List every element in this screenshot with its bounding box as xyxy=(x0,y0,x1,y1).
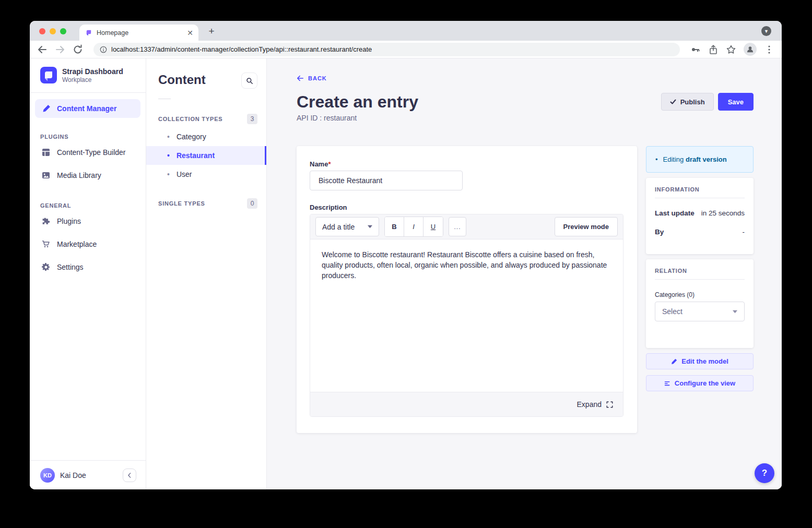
entry-form-row: Name* Description Add a title B I xyxy=(297,146,754,433)
edit-model-button[interactable]: Edit the model xyxy=(646,353,754,369)
browser-profile-avatar[interactable] xyxy=(744,43,757,56)
save-button[interactable]: Save xyxy=(718,93,754,111)
single-types-label: SINGLE TYPES xyxy=(158,200,205,207)
layout-grid-icon xyxy=(42,148,50,157)
sidebar-item-settings[interactable]: Settings xyxy=(30,256,146,279)
browser-tab[interactable]: Homepage ✕ xyxy=(79,25,198,41)
sidebar-item-marketplace[interactable]: Marketplace xyxy=(30,233,146,256)
tab-search-icon[interactable]: ▼ xyxy=(761,26,771,36)
back-link[interactable]: BACK xyxy=(297,75,327,82)
italic-button[interactable]: I xyxy=(404,217,423,236)
by-row: By - xyxy=(655,228,745,236)
draft-status-text: Editing draft version xyxy=(663,155,727,163)
description-editor: Add a title B I U ... Preview mode We xyxy=(310,214,623,417)
password-key-icon[interactable] xyxy=(690,44,701,55)
save-label: Save xyxy=(728,98,744,106)
minimize-window-button[interactable] xyxy=(50,28,56,34)
bookmark-star-icon[interactable] xyxy=(726,44,736,55)
url-bar[interactable]: localhost:1337/admin/content-manager/col… xyxy=(93,43,680,56)
title-style-select[interactable]: Add a title xyxy=(315,217,379,236)
sidebar-item-media-library[interactable]: Media Library xyxy=(30,164,146,187)
single-types-count: 0 xyxy=(247,198,257,209)
edit-model-label: Edit the model xyxy=(681,357,728,365)
page-header: Create an entry Publish Save xyxy=(297,92,754,111)
reload-icon[interactable] xyxy=(73,44,83,55)
back-label: BACK xyxy=(308,75,327,81)
configure-view-button[interactable]: Configure the view xyxy=(646,375,754,391)
publish-button[interactable]: Publish xyxy=(661,93,714,111)
gear-icon xyxy=(42,263,50,271)
search-button[interactable] xyxy=(241,73,257,89)
user-avatar[interactable]: KD xyxy=(40,468,55,483)
more-options-button[interactable]: ... xyxy=(449,217,466,236)
help-button[interactable]: ? xyxy=(755,463,774,483)
collection-item-user[interactable]: • User xyxy=(146,165,266,184)
collection-item-category[interactable]: • Category xyxy=(146,127,266,146)
draft-status-banner: • Editing draft version xyxy=(646,146,754,173)
entry-side-column: • Editing draft version INFORMATION Last… xyxy=(646,146,754,433)
publish-label: Publish xyxy=(680,98,705,106)
check-icon xyxy=(670,99,676,105)
required-mark: * xyxy=(328,160,331,168)
back-icon[interactable] xyxy=(37,44,48,55)
site-info-icon[interactable] xyxy=(100,46,107,53)
cart-icon xyxy=(42,240,50,248)
categories-select[interactable]: Select xyxy=(655,302,745,321)
chevron-down-icon xyxy=(733,309,737,314)
name-input[interactable] xyxy=(310,171,463,190)
collection-types-label: COLLECTION TYPES xyxy=(158,116,222,122)
sidebar-item-content-manager[interactable]: Content Manager xyxy=(35,99,140,118)
collection-types-count: 3 xyxy=(247,114,257,124)
sidebar-item-plugins[interactable]: Plugins xyxy=(30,210,146,233)
categories-select-placeholder: Select xyxy=(662,307,682,316)
preview-mode-button[interactable]: Preview mode xyxy=(555,217,618,236)
bold-button[interactable]: B xyxy=(385,217,404,236)
sidebar-section-general: GENERAL xyxy=(30,187,146,210)
divider xyxy=(655,198,745,198)
status-dot-icon: • xyxy=(655,155,658,163)
sidebar-user-footer[interactable]: KD Kai Doe xyxy=(30,460,146,489)
new-tab-button[interactable]: + xyxy=(205,25,218,38)
sidebar-item-content-type-builder[interactable]: Content-Type Builder xyxy=(30,141,146,164)
underline-button[interactable]: U xyxy=(423,217,443,236)
url-text: localhost:1337/admin/content-manager/col… xyxy=(111,45,372,53)
single-types-header: SINGLE TYPES 0 xyxy=(146,184,266,212)
content-panel-header: Content xyxy=(146,73,266,89)
description-textarea[interactable]: Welcome to Biscotte restaurant! Restaura… xyxy=(310,239,623,392)
information-title: INFORMATION xyxy=(655,186,745,193)
strapi-app: Strapi Dashboard Workplace Content Manag… xyxy=(30,58,782,489)
maximize-window-button[interactable] xyxy=(60,28,66,34)
api-id-subtitle: API ID : restaurant xyxy=(297,114,754,122)
content-panel-title: Content xyxy=(158,73,206,87)
browser-window: Homepage ✕ + ▼ localhost:1337/admin/cont… xyxy=(30,21,782,489)
browser-tab-strip: Homepage ✕ + ▼ xyxy=(30,21,782,41)
page-title: Create an entry xyxy=(297,92,418,111)
person-icon xyxy=(746,45,754,53)
tab-close-icon[interactable]: ✕ xyxy=(187,29,193,37)
by-label: By xyxy=(655,228,664,236)
arrow-left-icon xyxy=(297,75,304,82)
relation-card: RELATION Categories (0) Select xyxy=(646,259,754,348)
expand-icon xyxy=(606,401,613,408)
collapse-sidebar-button[interactable] xyxy=(123,469,136,482)
last-update-row: Last update in 25 seconds xyxy=(655,209,745,217)
forward-icon[interactable] xyxy=(55,44,65,55)
divider xyxy=(655,279,745,280)
browser-menu-icon[interactable] xyxy=(764,44,774,55)
editor-footer: Expand xyxy=(310,392,623,416)
collection-item-label: Restaurant xyxy=(176,151,215,160)
sidebar-item-label: Media Library xyxy=(57,171,101,179)
search-icon xyxy=(246,77,253,85)
expand-button[interactable]: Expand xyxy=(577,400,613,409)
share-icon[interactable] xyxy=(708,44,719,55)
collection-item-restaurant[interactable]: • Restaurant xyxy=(146,146,266,165)
bullet-icon: • xyxy=(167,133,170,141)
bullet-icon: • xyxy=(167,151,170,160)
strapi-favicon xyxy=(85,29,92,37)
bullet-icon: • xyxy=(167,170,170,178)
strapi-logo xyxy=(40,67,57,83)
close-window-button[interactable] xyxy=(39,28,45,34)
tab-title: Homepage xyxy=(97,29,183,37)
configure-view-label: Configure the view xyxy=(675,379,735,387)
workspace-header[interactable]: Strapi Dashboard Workplace xyxy=(30,58,146,93)
